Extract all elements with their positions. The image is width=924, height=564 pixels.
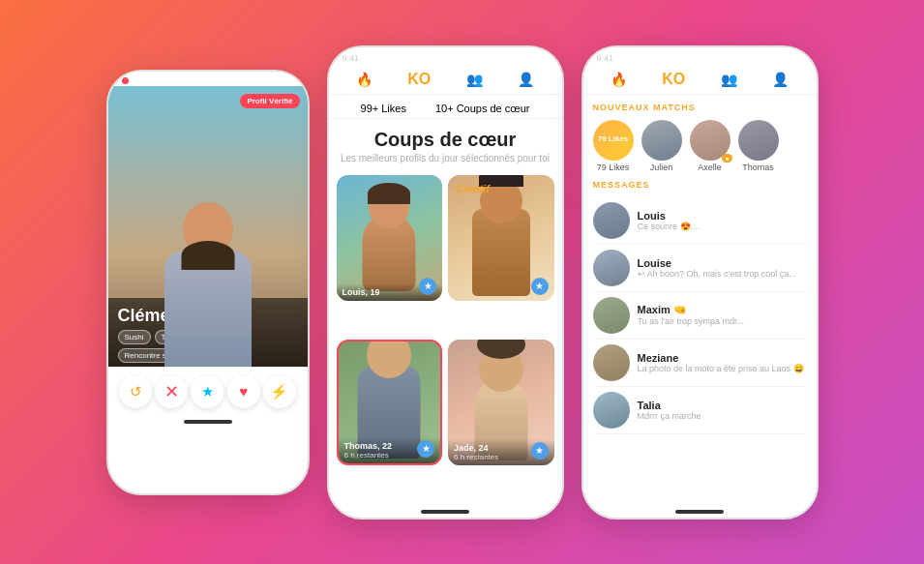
home-indicator (184, 420, 232, 424)
status-time: 9:41 (343, 53, 360, 63)
axelle-name: Axelle (698, 163, 722, 172)
coups-count: 10+ Coups de cœur (435, 103, 530, 114)
cards-grid: Louis, 19 ★ Créatif ★ Thomas, 22 6 h res… (329, 167, 562, 506)
thomas-avatar-img (738, 120, 779, 161)
talia-content: Talia Mdrrr ça marche (638, 400, 807, 421)
match-thomas[interactable]: Thomas (738, 120, 779, 172)
louis-avatar (593, 202, 630, 239)
message-louise[interactable]: Louise ↩ Ah boon? Oh, mais c'est trop co… (593, 245, 807, 292)
meziane-avatar (593, 344, 630, 381)
card-jade-star: ★ (531, 442, 549, 460)
thomas-name: Thomas (742, 163, 774, 172)
verified-badge: Profil Vérifié (240, 94, 299, 108)
talia-name: Talia (638, 400, 807, 411)
maxim-avatar (593, 297, 630, 334)
louise-content: Louise ↩ Ah boon? Oh, mais c'est trop co… (638, 257, 807, 279)
phone-2-nav: 🔥 KO 👥 👤 (329, 65, 562, 95)
card-louis-star: ★ (419, 278, 436, 295)
card-thomas[interactable]: Thomas, 22 6 h restantes ★ (337, 340, 443, 465)
like-button[interactable]: ♥ (227, 375, 260, 408)
likes-circle: 79 Likes (593, 120, 634, 161)
louis-content: Louis Ce sourire 😍.... (638, 210, 807, 231)
julien-avatar (641, 120, 682, 161)
louise-avatar (593, 250, 630, 286)
match-julien[interactable]: Julien (641, 120, 682, 172)
louise-name: Louise (638, 257, 807, 269)
messages-section-title: MESSAGES (593, 180, 807, 190)
louis-preview: Ce sourire 😍.... (638, 222, 807, 231)
phone-1-status (108, 72, 308, 86)
axelle-avatar: ● (690, 120, 730, 161)
maxim-preview: Tu as l'air trop sympa mdr... (638, 316, 807, 326)
louis-name: Louis (638, 210, 807, 222)
maxim-name: Maxim 🤜 (638, 304, 807, 316)
card-thomas-star: ★ (417, 440, 434, 458)
matchs-section-title: NOUVEAUX MATCHS (593, 103, 807, 112)
likes-match-item[interactable]: 79 Likes 79 Likes (593, 120, 634, 172)
likes-match-label: 79 Likes (597, 163, 630, 172)
message-louis[interactable]: Louis Ce sourire 😍.... (593, 197, 807, 245)
meziane-name: Meziane (638, 352, 807, 364)
match-axelle[interactable]: ● Axelle (690, 120, 730, 172)
home-indicator-3 (675, 510, 724, 514)
phone-2: 9:41 🔥 KO 👥 👤 99+ Likes 10+ Coups de cœu… (327, 45, 564, 519)
phone-2-status: 9:41 (329, 47, 562, 65)
meziane-content: Meziane La photo de la moto a été prise … (638, 352, 807, 373)
super-like-button[interactable]: ★ (191, 375, 224, 408)
card-creatif-star: ★ (531, 278, 549, 295)
rewind-button[interactable]: ↺ (119, 375, 152, 408)
flame-icon[interactable]: 🔥 (356, 72, 373, 87)
messages-section: MESSAGES Louis Ce sourire 😍.... Louise ↩… (583, 176, 817, 506)
tag-sushi: Sushi (118, 330, 151, 344)
flame-icon-3[interactable]: 🔥 (611, 72, 627, 87)
card-creatif[interactable]: Créatif ★ (448, 175, 554, 301)
gold-icon-3[interactable]: KO (662, 71, 685, 88)
card-jade[interactable]: Jade, 24 6 h restantes ★ (448, 340, 554, 465)
status-time-3: 9:41 (597, 53, 614, 63)
profile-image[interactable]: Profil Vérifié Clémence, 21 ✓ Sushi Tato… (108, 86, 308, 367)
coups-subtitle: Les meilleurs profils du jour sélectionn… (339, 153, 552, 163)
louise-preview: ↩ Ah boon? Oh, mais c'est trop cool ça..… (638, 269, 807, 279)
profile-icon-3[interactable]: 👤 (772, 72, 789, 87)
nope-button[interactable]: ✕ (155, 375, 188, 408)
status-dot (122, 77, 129, 84)
card-creatif-label: Créatif (456, 183, 490, 194)
people-icon[interactable]: 👥 (466, 72, 483, 87)
matchs-row: 79 Likes 79 Likes Julien ● Axelle (593, 120, 807, 172)
maxim-content: Maxim 🤜 Tu as l'air trop sympa mdr... (638, 304, 807, 326)
message-meziane[interactable]: Meziane La photo de la moto a été prise … (593, 340, 807, 387)
coups-heading: Coups de cœur (339, 129, 552, 151)
gold-icon[interactable]: KO (407, 71, 431, 88)
thomas-avatar (738, 120, 779, 161)
home-indicator-2 (421, 510, 469, 514)
action-bar: ↺ ✕ ★ ♥ ⚡ (108, 367, 308, 416)
talia-preview: Mdrrr ça marche (638, 411, 807, 421)
profile-icon[interactable]: 👤 (518, 72, 534, 87)
phone-3-status: 9:41 (583, 47, 817, 65)
talia-avatar (593, 392, 630, 429)
phone-1: Profil Vérifié Clémence, 21 ✓ Sushi Tato… (106, 70, 310, 495)
boost-button[interactable]: ⚡ (263, 375, 296, 408)
meziane-preview: La photo de la moto a été prise au Laos … (638, 364, 807, 373)
people-icon-3[interactable]: 👥 (721, 72, 737, 87)
julien-name: Julien (650, 163, 673, 172)
likes-bar: 99+ Likes 10+ Coups de cœur (329, 95, 562, 119)
coups-title: Coups de cœur Les meilleurs profils du j… (329, 119, 562, 167)
axelle-badge: ● (722, 154, 731, 163)
phone-3: 9:41 🔥 KO 👥 👤 NOUVEAUX MATCHS 79 Likes 7… (581, 45, 819, 519)
likes-count: 99+ Likes (361, 103, 406, 114)
julien-avatar-img (641, 120, 682, 161)
nouveaux-matchs-section: NOUVEAUX MATCHS 79 Likes 79 Likes Julien (583, 95, 817, 176)
message-talia[interactable]: Talia Mdrrr ça marche (593, 387, 807, 434)
phone-3-nav: 🔥 KO 👥 👤 (583, 65, 817, 95)
card-louis[interactable]: Louis, 19 ★ (337, 175, 443, 301)
message-maxim[interactable]: Maxim 🤜 Tu as l'air trop sympa mdr... (593, 292, 807, 340)
